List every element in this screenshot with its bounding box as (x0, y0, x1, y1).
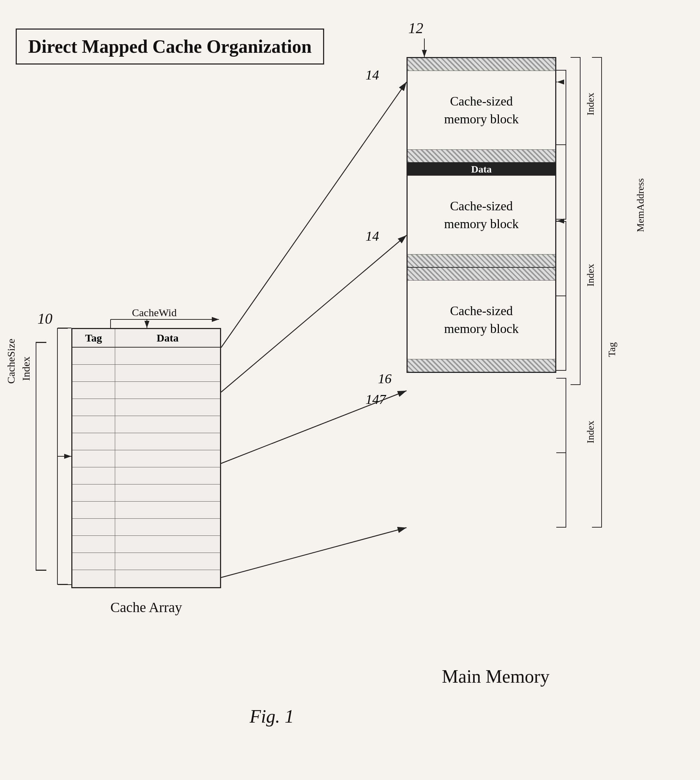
table-row (72, 553, 220, 570)
memaddress-label: MemAddress (635, 178, 646, 232)
cachewid-label: CacheWid (132, 307, 177, 319)
index-bracket-cache (36, 342, 47, 570)
memory-block-3: Cache-sizedmemory block (408, 268, 555, 372)
block-text-3: Cache-sizedmemory block (444, 302, 519, 338)
ref-14c: 147 (365, 391, 386, 407)
main-memory: Cache-sizedmemory block Data Cache-sized… (407, 57, 556, 373)
cachesize-label: CacheSize (5, 339, 17, 384)
svg-line-6 (221, 235, 407, 392)
cache-array: Tag Data (71, 328, 221, 588)
cache-header-data: Data (115, 329, 220, 347)
stripe-top-3 (408, 268, 555, 281)
memory-block-1: Cache-sizedmemory block (408, 58, 555, 163)
main-memory-label: Main Memory (407, 666, 585, 687)
block-body-2: Cache-sizedmemory block (408, 176, 555, 254)
title-text: Direct Mapped Cache Organization (28, 37, 312, 57)
cache-header: Tag Data (72, 329, 220, 348)
table-row (72, 536, 220, 553)
ref-14a: 14 (365, 67, 379, 83)
stripe-bottom-2 (408, 254, 555, 267)
tag-label-mem: Tag (606, 342, 618, 357)
ref-10: 10 (37, 310, 52, 327)
block-body-1: Cache-sizedmemory block (408, 71, 555, 150)
table-row (72, 570, 220, 587)
table-row (72, 484, 220, 502)
stripe-bottom-3 (408, 359, 555, 372)
ref-14b: 14 (365, 228, 379, 244)
stripe-bottom-1 (408, 150, 555, 162)
bracket-memaddress (592, 57, 602, 527)
cache-header-tag: Tag (72, 329, 115, 347)
data-bar: Data (408, 163, 555, 176)
bracket-tag-mem (570, 57, 580, 385)
cache-array-label: Cache Array (78, 599, 214, 616)
block-text-2: Cache-sizedmemory block (444, 197, 519, 233)
table-row (72, 502, 220, 519)
table-row (72, 399, 220, 416)
cachesize-bracket (57, 328, 68, 585)
table-row (72, 382, 220, 399)
table-row (72, 467, 220, 484)
bracket-index-mem2 (556, 221, 566, 371)
bracket-index-mem3 (556, 378, 566, 527)
table-row (72, 416, 220, 433)
svg-line-5 (221, 82, 407, 348)
table-row (72, 519, 220, 536)
stripe-top-1 (408, 58, 555, 71)
bracket-index-mem1 (556, 70, 566, 220)
title-box: Direct Mapped Cache Organization (16, 28, 324, 65)
table-row (72, 450, 220, 467)
svg-line-8 (221, 527, 407, 577)
table-row (72, 348, 220, 365)
ref-16: 16 (378, 371, 392, 386)
data-label: Data (471, 164, 492, 175)
table-row (72, 365, 220, 382)
block-body-3: Cache-sizedmemory block (408, 281, 555, 359)
block-text-1: Cache-sizedmemory block (444, 92, 519, 128)
memory-block-2: Data Cache-sizedmemory block (408, 163, 555, 268)
index-label-cache: Index (20, 356, 32, 381)
fig-caption: Fig. 1 (250, 706, 294, 727)
ref-12: 12 (408, 20, 423, 37)
table-row (72, 433, 220, 450)
